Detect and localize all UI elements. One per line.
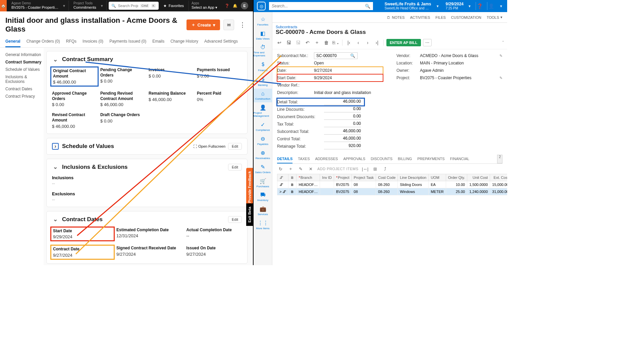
refresh-icon[interactable]: ↻ (277, 166, 284, 171)
undo-icon[interactable]: ↶ (304, 39, 311, 46)
details-grid[interactable]: 🖇🗎*BranchInv ID*ProjectProject TaskCost … (277, 174, 507, 195)
add-project-items-link[interactable]: ADD PROJECT ITEMS (317, 167, 359, 171)
more-actions-button[interactable]: ⋯ (423, 39, 432, 46)
tab-advanced-settings[interactable]: Advanced Settings (204, 36, 238, 47)
app-logo-icon[interactable]: ◎ (257, 2, 266, 10)
tab-change-orders-[interactable]: Change Orders (0) (26, 36, 60, 47)
sidenav-inclusions-exclusions[interactable]: Inclusions & Exclusions (5, 73, 44, 85)
subcontract-nbr-field[interactable]: SC-000070 🔍 (314, 52, 358, 59)
nav-sales-orders[interactable]: ✎Sales Orders (254, 162, 272, 176)
business-date[interactable]: 9/29/2024 7:25 PM (446, 2, 464, 10)
collapse-form-icon[interactable]: ˆ (502, 40, 504, 45)
nav-compliance[interactable]: ✓Compliance (254, 119, 272, 134)
tab-general[interactable]: General (5, 36, 20, 47)
collapse-icon[interactable]: ⌄ (52, 216, 59, 223)
subtab-discounts[interactable]: DISCOUNTS (371, 155, 392, 163)
edit-button[interactable]: Edit (228, 216, 242, 223)
nav-services[interactable]: 💼Services (254, 204, 272, 218)
tab-rfqs[interactable]: RFQs (66, 36, 76, 47)
user-avatar[interactable]: E (241, 2, 248, 9)
exit-beta-tab[interactable]: Exit Beta (246, 203, 253, 226)
col-header[interactable]: *Project (334, 174, 352, 181)
subtab-prepayments[interactable]: PREPAYMENTS (417, 155, 445, 163)
favorites-link[interactable]: ★ Favorites (161, 4, 186, 8)
save-close-icon[interactable]: 🖫 (294, 39, 302, 46)
collapse-icon[interactable]: ⌄ (52, 164, 59, 170)
sidenav-general-information[interactable]: General Information (5, 51, 44, 58)
nav-purchases[interactable]: 🛒Purchases (254, 176, 272, 190)
col-header[interactable]: Inv ID (320, 174, 334, 181)
activities-link[interactable]: ACTIVITIES (410, 15, 430, 19)
grid-row[interactable]: > 🖇🗎HEADOF…BV20750808-260WindowsMETER25.… (277, 188, 507, 195)
bell-icon[interactable]: 🔔 (233, 4, 237, 8)
nav-receivables[interactable]: ⊕Receivables (254, 148, 272, 162)
project-selector[interactable]: Agave Demo BV2075 - Coaster Properti… ▼ (9, 1, 69, 10)
nav-finance[interactable]: ＄Finance (254, 59, 272, 74)
col-header[interactable]: 🖇 (277, 174, 288, 181)
tab-invoices-[interactable]: Invoices (0) (83, 36, 103, 47)
prev-icon[interactable]: ‹ (355, 39, 362, 46)
search-input[interactable] (272, 4, 365, 8)
notes-link[interactable]: 🗒 NOTES (387, 15, 405, 19)
apps-selector[interactable]: Apps Select an App ▾ (189, 1, 220, 10)
col-header[interactable]: UOM (429, 174, 446, 181)
col-header[interactable]: Project Task (352, 174, 376, 181)
col-header[interactable]: Line Description (398, 174, 429, 181)
sidenav-contract-privacy[interactable]: Contract Privacy (5, 93, 44, 100)
subtab-details[interactable]: DETAILS (277, 155, 292, 163)
subtab-billing[interactable]: BILLING (398, 155, 412, 163)
nav-payables[interactable]: ⊖Payables (254, 134, 272, 148)
delete-icon[interactable]: 🗑 (323, 39, 330, 46)
add-row-icon[interactable]: ＋ (287, 166, 294, 172)
files-link[interactable]: FILES (435, 15, 446, 19)
tool-selector[interactable]: Project Tools Commitments ▼ (71, 1, 107, 10)
create-button[interactable]: ＋ Create ▾ (186, 19, 220, 30)
nav-favorites[interactable]: ☆Favorites (254, 14, 272, 28)
nav-project-management[interactable]: 👤Project Management (254, 102, 272, 119)
col-header[interactable]: Ext. Cost (490, 174, 507, 181)
tab-emails[interactable]: Emails (152, 36, 164, 47)
edit-button[interactable]: Edit (228, 164, 242, 170)
search-project[interactable]: 🔍 Cmd K (109, 2, 159, 10)
col-header[interactable]: Cost Code (376, 174, 398, 181)
col-header[interactable]: *Branch (297, 174, 320, 181)
enter-ap-bill-button[interactable]: ENTER AP BILL (386, 39, 421, 46)
help-icon[interactable]: ❓ (225, 4, 229, 8)
search-input[interactable] (118, 4, 138, 8)
nav-time-and-expenses[interactable]: ⏱Time and Expenses (254, 42, 272, 59)
save-icon[interactable]: 🖫 (285, 39, 292, 46)
first-icon[interactable]: |‹ (345, 39, 353, 46)
feedback-tab[interactable]: Provide Feedback (246, 168, 253, 206)
tab-payments-issued-[interactable]: Payments Issued (0) (109, 36, 146, 47)
customization-link[interactable]: CUSTOMIZATION (451, 15, 481, 19)
nav-more-items[interactable]: ⋮⋮More Items (254, 218, 272, 232)
export-excel-icon[interactable]: ⊞ (372, 166, 379, 171)
nav-banking[interactable]: ＄Banking (254, 74, 272, 89)
collapse-icon[interactable]: ⌄ (52, 56, 59, 63)
subtab-taxes[interactable]: TAXES (298, 155, 310, 163)
user-icon[interactable]: 👤 (487, 2, 495, 10)
home-icon[interactable]: 🏠 (0, 0, 7, 11)
kebab-icon[interactable]: ⋮ (237, 21, 248, 29)
last-icon[interactable]: ›| (373, 39, 381, 46)
sidenav-contract-summary[interactable]: Contract Summary (5, 58, 44, 66)
breadcrumb-link[interactable]: Subcontracts (276, 25, 297, 29)
sidenav-schedule-of-values[interactable]: Schedule of Values (5, 66, 44, 73)
sidenav-contract-dates[interactable]: Contract Dates (5, 85, 44, 93)
pencil-icon[interactable]: ✎ (499, 76, 502, 80)
next-icon[interactable]: › (364, 39, 371, 46)
expand-icon[interactable]: › (52, 143, 59, 150)
edit-row-icon[interactable]: ✎ (297, 166, 304, 171)
copy-icon[interactable]: ⎘ ▾ (332, 39, 339, 46)
nav-construction[interactable]: ⌂Construction (254, 89, 272, 102)
col-header[interactable]: 🗎 (288, 174, 297, 181)
grid-row[interactable]: 🖇🗎HEADOF…BV20750808-260Sliding DoorsEA10… (277, 181, 507, 188)
back-icon[interactable]: ↩ (276, 39, 283, 46)
add-icon[interactable]: ＋ (313, 39, 321, 46)
subtab-financial[interactable]: FINANCIAL (450, 155, 469, 163)
subtab-addresses[interactable]: ADDRESSES (315, 155, 338, 163)
subtab-approvals[interactable]: APPROVALS (343, 155, 365, 163)
nav-inventory[interactable]: ⛟Inventory (254, 190, 272, 204)
tab-change-history[interactable]: Change History (170, 36, 198, 47)
pencil-icon[interactable]: ✎ (499, 54, 502, 58)
